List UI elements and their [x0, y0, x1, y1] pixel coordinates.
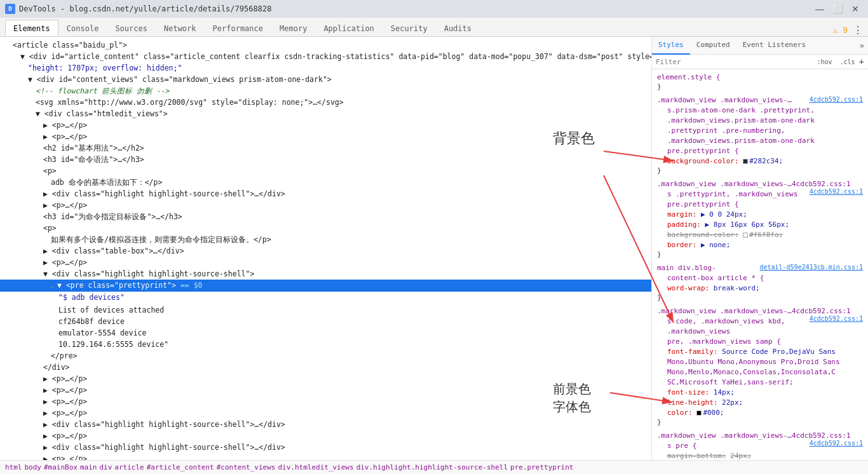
- css-property[interactable]: s.prism-atom-one-dark .prettyprint,: [657, 105, 863, 116]
- css-file-link[interactable]: 4cdcb592.css:1: [810, 315, 863, 322]
- tab-sources[interactable]: Sources: [107, 20, 156, 36]
- styles-more[interactable]: »: [856, 39, 868, 53]
- dom-line[interactable]: ▶ <p>…</p>: [0, 407, 651, 419]
- dom-line[interactable]: ▶ <div class="highlight highlight-source…: [0, 419, 651, 430]
- breadcrumb-item[interactable]: div: [99, 463, 112, 471]
- breadcrumb-item[interactable]: html: [5, 463, 22, 471]
- dom-line[interactable]: </div>: [0, 362, 651, 373]
- css-property[interactable]: SC,Microsoft YaHei,sans-serif;: [657, 377, 863, 388]
- dom-line[interactable]: ▼ <div id="article_content" class="artic…: [0, 51, 651, 62]
- css-property[interactable]: line-height: 22px;: [657, 398, 863, 408]
- dom-line[interactable]: ▶ <p>…</p>: [0, 257, 651, 268]
- css-file-link[interactable]: 4cdcb592.css:1: [810, 96, 863, 103]
- css-property[interactable]: pre.prettyprint {: [657, 146, 863, 156]
- css-property[interactable]: Mono,Menlo,Monaco,Consolas,Inconsolata,C: [657, 367, 863, 377]
- dom-line[interactable]: ▶ <p>…</p>: [0, 200, 651, 211]
- css-property[interactable]: padding: ▶ 8px 16px 6px 56px;: [657, 220, 863, 230]
- dom-line[interactable]: emulator-5554 device: [0, 327, 651, 339]
- breadcrumb-item[interactable]: #content_views: [217, 463, 276, 471]
- tab-performance[interactable]: Performance: [205, 20, 271, 36]
- css-property[interactable]: background-color: #282c34;: [657, 156, 863, 166]
- dom-line[interactable]: <!-- flowchart 箭头图标 勿删 -->: [0, 85, 651, 97]
- dom-line[interactable]: cf264b8f device: [0, 316, 651, 327]
- css-property[interactable]: background-color: #f6f8fa;: [657, 230, 863, 240]
- breadcrumb-item[interactable]: div.highlight.highlight-source-shell: [356, 463, 508, 471]
- dom-line[interactable]: ▶ <p>…</p>: [0, 430, 651, 442]
- close-button[interactable]: ✕: [848, 1, 863, 17]
- css-file-link[interactable]: 4cdcb592.css:1: [810, 188, 863, 195]
- more-options[interactable]: ⋮: [853, 24, 863, 36]
- breadcrumb-item[interactable]: #mainBox: [44, 463, 78, 471]
- css-property[interactable]: color: #000;: [657, 408, 863, 418]
- css-property[interactable]: .markdown_views.prism-atom-one-dark: [657, 116, 863, 126]
- breadcrumb-item[interactable]: article: [114, 463, 144, 471]
- css-property[interactable]: pre, .markdown_views samp {: [657, 337, 863, 347]
- dom-line[interactable]: ▶ <div class="highlight highlight-source…: [0, 188, 651, 200]
- dom-line[interactable]: ▶ <p>…</p>: [0, 453, 651, 460]
- dom-line[interactable]: "height: 1707px; overflow: hidden;": [0, 62, 651, 74]
- css-file-link[interactable]: 4cdcb592.css:1: [810, 440, 863, 447]
- dom-line[interactable]: <h3 id="命令语法">…</h3>: [0, 154, 651, 165]
- css-file-link[interactable]: detail-d59e2413cb.min.css:1: [759, 264, 863, 271]
- title-bar-title: DevTools - blog.csdn.net/yulle/article/d…: [19, 4, 271, 13]
- dom-line[interactable]: …▼ <pre class="prettyprint"> == $0: [0, 280, 651, 292]
- dom-line[interactable]: <p>: [0, 165, 651, 177]
- css-property[interactable]: word-wrap: break-word;: [657, 283, 863, 294]
- dom-line[interactable]: ▶ <div class="table-box">…</div>: [0, 245, 651, 257]
- filter-cls[interactable]: .cls: [837, 57, 857, 67]
- css-property[interactable]: .prettyprint .pre-numbering,: [657, 126, 863, 136]
- css-property[interactable]: font-family: Source Code Pro,DejaVu Sans: [657, 347, 863, 357]
- dom-line[interactable]: ▼ <div class="htmledit_views">: [0, 108, 651, 119]
- tab-styles[interactable]: Styles: [652, 37, 690, 55]
- dom-line[interactable]: ▶ <p>…</p>: [0, 131, 651, 142]
- css-property[interactable]: font-size: 14px;: [657, 388, 863, 398]
- breadcrumb-item[interactable]: div.htmledit_views: [278, 463, 353, 471]
- tab-elements[interactable]: Elements: [5, 20, 58, 36]
- devtools-tab-bar: Elements Console Sources Network Perform…: [0, 18, 868, 37]
- css-closing: }: [657, 83, 863, 91]
- dom-line[interactable]: "$ adb devices": [0, 292, 651, 303]
- dom-line[interactable]: ▶ <div class="highlight highlight-source…: [0, 442, 651, 453]
- minimize-button[interactable]: —: [812, 1, 827, 17]
- dom-line[interactable]: ▼ <div class="highlight highlight-source…: [0, 268, 651, 280]
- dom-line[interactable]: <svg xmlns="http://www.w3.org/2000/svg" …: [0, 97, 651, 108]
- dom-line[interactable]: ▶ <p>…</p>: [0, 396, 651, 407]
- filter-hov[interactable]: :hov: [814, 57, 834, 67]
- css-property[interactable]: pre.prettyprint {: [657, 200, 863, 210]
- dom-line[interactable]: <p>: [0, 222, 651, 234]
- css-property[interactable]: Mono,Ubuntu Mono,Anonymous Pro,Droid San…: [657, 357, 863, 367]
- css-property[interactable]: .markdown_views.prism-atom-one-dark: [657, 136, 863, 146]
- dom-line[interactable]: <h3 id="为命令指定目标设备">…</h3>: [0, 211, 651, 222]
- breadcrumb-item[interactable]: pre.prettyprint: [510, 463, 573, 471]
- tab-console[interactable]: Console: [58, 20, 107, 36]
- tab-security[interactable]: Security: [383, 20, 436, 36]
- css-property[interactable]: content-box article * {: [657, 273, 863, 283]
- maximize-button[interactable]: ⬜: [830, 1, 845, 17]
- dom-line[interactable]: </pre>: [0, 350, 651, 362]
- styles-filter-input[interactable]: [656, 58, 811, 66]
- dom-line[interactable]: 10.129.164.6:5555 device": [0, 339, 651, 350]
- tab-memory[interactable]: Memory: [271, 20, 315, 36]
- tab-audits[interactable]: Audits: [436, 20, 480, 36]
- css-property[interactable]: margin-bottom: 24px;: [657, 451, 863, 460]
- dom-line[interactable]: ▶ <p>…</p>: [0, 373, 651, 384]
- dom-line[interactable]: 如果有多个设备/模拟器连接，则需要为命令指定目标设备。</p>: [0, 234, 651, 245]
- tab-computed[interactable]: Computed: [690, 37, 736, 55]
- dom-line[interactable]: adb 命令的基本语法如下：</p>: [0, 177, 651, 188]
- dom-line[interactable]: <h2 id="基本用法">…</h2>: [0, 142, 651, 154]
- dom-line[interactable]: List of devices attached: [0, 304, 651, 316]
- dom-line[interactable]: ▼ <div id="content_views" class="markdow…: [0, 74, 651, 85]
- css-property[interactable]: border: ▶ none;: [657, 240, 863, 250]
- dom-line[interactable]: <article class="baidu_pl">: [0, 39, 651, 51]
- tab-network[interactable]: Network: [156, 20, 205, 36]
- breadcrumb-item[interactable]: body: [25, 463, 42, 471]
- tab-event-listeners[interactable]: Event Listeners: [736, 37, 812, 55]
- tab-application[interactable]: Application: [315, 20, 382, 36]
- css-property[interactable]: margin: ▶ 0 0 24px;: [657, 210, 863, 220]
- dom-line[interactable]: ▶ <p>…</p>: [0, 384, 651, 396]
- breadcrumb-item[interactable]: #article_content: [147, 463, 214, 471]
- dom-line[interactable]: ▶ <p>…</p>: [0, 119, 651, 131]
- css-selector: .markdown_view .markdown_views-…4cdcb592…: [657, 180, 863, 188]
- add-style-button[interactable]: +: [859, 57, 864, 67]
- breadcrumb-item[interactable]: main: [80, 463, 97, 471]
